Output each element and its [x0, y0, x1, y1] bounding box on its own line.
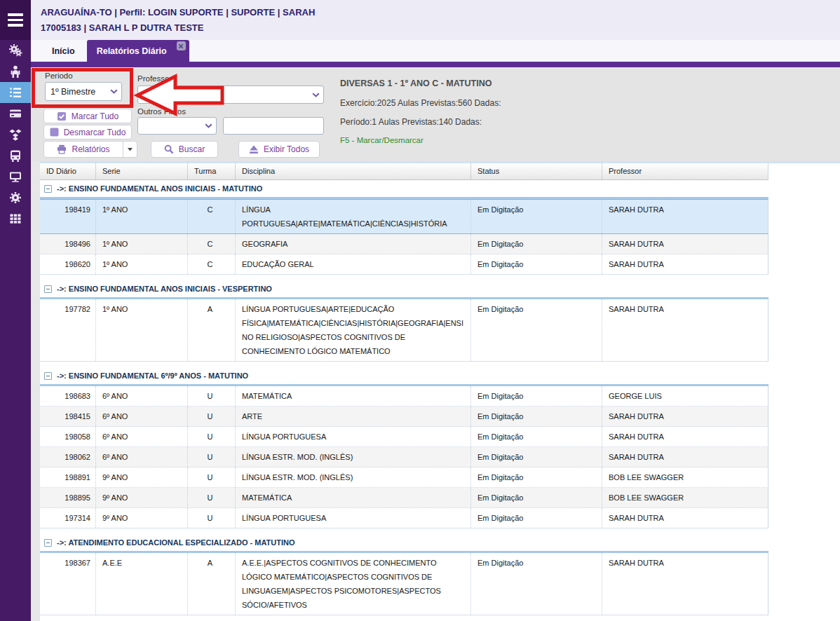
col-header-disciplina[interactable]: Disciplina [235, 163, 470, 179]
hamburger-menu-button[interactable] [0, 0, 31, 40]
table-row[interactable]: 198062 6º ANO U LÍNGUA ESTR. MOD. (INGLÊ… [40, 447, 768, 468]
person-icon [8, 64, 22, 79]
accent-strip [31, 62, 840, 67]
cell-professor: SARAH DUTRA [602, 407, 768, 426]
relatorios-dropdown-button[interactable] [123, 141, 137, 158]
group-label: ->: ATENDIMENTO EDUCACIONAL ESPECIALIZAD… [57, 538, 294, 547]
col-header-id-diario[interactable]: ID Diário [40, 163, 95, 179]
table-row[interactable]: 198419 1º ANO C LÍNGUA PORTUGUESA|ARTE|M… [40, 199, 768, 234]
table-row[interactable]: 198895 9º ANO U MATEMÁTICA Em Digitação … [40, 488, 768, 508]
outros-filtros-input[interactable] [223, 117, 324, 135]
sidebar-item-box[interactable] [0, 124, 31, 145]
cell-id-diario: 198891 [40, 468, 95, 487]
cell-serie: 6º ANO [95, 386, 187, 406]
table-row[interactable]: 197314 9º ANO U LÍNGUA PORTUGUESA Em Dig… [40, 508, 768, 528]
diary-group: ->: ATENDIMENTO EDUCACIONAL ESPECIALIZAD… [40, 534, 840, 615]
collapse-minus-icon[interactable] [44, 285, 52, 293]
col-header-status[interactable]: Status [470, 163, 602, 179]
cell-turma: U [187, 488, 235, 507]
table-row[interactable]: 198496 1º ANO C GEOGRAFIA Em Digitação S… [40, 234, 768, 254]
table-row[interactable]: 198683 6º ANO U MATEMÁTICA Em Digitação … [40, 386, 768, 407]
cell-id-diario: 197782 [40, 299, 95, 361]
turma-info-panel: DIVERSAS 1 - 1º ANO C - MATUTINO Exercíc… [340, 67, 705, 161]
table-row[interactable]: 198415 6º ANO U ARTE Em Digitação SARAH … [40, 407, 768, 427]
exercicio-line: Exercício:2025 Aulas Previstas:560 Dadas… [340, 98, 501, 108]
sidebar [0, 0, 31, 621]
cell-status: Em Digitação [470, 553, 602, 615]
group-header[interactable]: ->: ATENDIMENTO EDUCACIONAL ESPECIALIZAD… [40, 534, 840, 551]
cell-professor: GEORGE LUIS [602, 386, 768, 406]
relatorios-button[interactable]: Relatórios [43, 141, 123, 158]
periodo-select[interactable]: 1º Bimestre [45, 82, 122, 101]
cell-disciplina: LÍNGUA PORTUGUESA|ARTE|EDUCAÇÃO FÍSICA|M… [235, 299, 470, 361]
sidebar-item-card[interactable] [0, 103, 31, 124]
sidebar-item-student[interactable] [0, 61, 31, 82]
tab-close-button[interactable] [177, 41, 186, 50]
desmarcar-tudo-label: Desmarcar Tudo [64, 128, 126, 137]
cell-status: Em Digitação [470, 254, 602, 274]
cell-disciplina: LÍNGUA ESTR. MOD. (INGLÊS) [235, 447, 470, 467]
col-header-turma[interactable]: Turma [187, 163, 235, 179]
cell-disciplina: MATEMÁTICA [235, 488, 470, 507]
cell-status: Em Digitação [470, 407, 602, 426]
cell-professor: SARAH DUTRA [602, 553, 768, 615]
collapse-minus-icon[interactable] [44, 539, 52, 547]
cell-id-diario: 198419 [40, 200, 95, 233]
sidebar-item-grid[interactable] [0, 208, 31, 229]
table-row[interactable]: 197782 1º ANO A LÍNGUA PORTUGUESA|ARTE|E… [40, 299, 768, 362]
gears-icon [8, 43, 22, 57]
buscar-button[interactable]: Buscar [151, 141, 218, 158]
col-header-serie[interactable]: Serie [95, 163, 187, 179]
diary-group: ->: ENSINO FUNDAMENTAL 6º/9º ANOS - MATU… [40, 367, 840, 528]
sidebar-item-admin[interactable] [0, 40, 31, 61]
col-header-professor[interactable]: Professor [602, 163, 768, 179]
cell-id-diario: 198620 [40, 254, 95, 274]
cell-serie: 6º ANO [95, 407, 187, 426]
cell-status: Em Digitação [470, 508, 602, 528]
group-header[interactable]: ->: ENSINO FUNDAMENTAL ANOS INICIAIS - M… [40, 180, 840, 197]
cell-status: Em Digitação [470, 488, 602, 507]
bus-icon [8, 149, 22, 163]
cell-disciplina: ARTE [235, 407, 470, 426]
cell-id-diario: 198415 [40, 407, 95, 426]
cell-disciplina: A.E.E.|ASPECTOS COGNITIVOS DE CONHECIMEN… [235, 553, 470, 615]
cell-turma: U [187, 508, 235, 528]
chevron-down-icon[interactable] [308, 86, 323, 103]
group-rows: 197782 1º ANO A LÍNGUA PORTUGUESA|ARTE|E… [40, 299, 840, 362]
desmarcar-tudo-button[interactable]: Desmarcar Tudo [43, 125, 132, 139]
sidebar-item-transport[interactable] [0, 145, 31, 166]
cell-professor: SARAH DUTRA [602, 299, 768, 361]
collapse-minus-icon[interactable] [44, 185, 52, 193]
outros-filtros-select[interactable] [137, 117, 217, 135]
table-row[interactable]: 198620 1º ANO C EDUCAÇÃO GERAL Em Digita… [40, 254, 768, 275]
main-area: ARAGUAÍNA-TO | Perfil: LOGIN SUPORTE | S… [31, 0, 840, 621]
sidebar-item-monitor[interactable] [0, 166, 31, 187]
cell-turma: U [187, 427, 235, 446]
sidebar-item-diarios[interactable] [0, 82, 31, 103]
professor-select[interactable] [137, 86, 324, 104]
cell-professor: SARAH DUTRA [602, 254, 768, 274]
app-window: ARAGUAÍNA-TO | Perfil: LOGIN SUPORTE | S… [0, 0, 840, 621]
cell-professor: SARAH DUTRA [602, 234, 768, 254]
cell-turma: U [187, 407, 235, 426]
tab-relatorios-diario[interactable]: Relatórios Diário [87, 40, 189, 62]
cell-status: Em Digitação [470, 200, 602, 233]
search-icon [164, 144, 174, 154]
cell-disciplina: LÍNGUA PORTUGUESA [235, 508, 470, 528]
exibir-todos-button[interactable]: Exibir Todos [238, 141, 320, 158]
tab-inicio[interactable]: Início [40, 40, 87, 62]
group-rows: 198419 1º ANO C LÍNGUA PORTUGUESA|ARTE|M… [40, 199, 840, 275]
table-row[interactable]: 198891 9º ANO U LÍNGUA ESTR. MOD. (INGLÊ… [40, 468, 768, 488]
marcar-tudo-button[interactable]: Marcar Tudo [43, 109, 132, 123]
table-row[interactable]: 198367 A.E.E A A.E.E.|ASPECTOS COGNITIVO… [40, 553, 768, 615]
chevron-down-icon[interactable] [106, 83, 121, 100]
gear-icon [8, 191, 22, 205]
group-header[interactable]: ->: ENSINO FUNDAMENTAL ANOS INICIAIS - V… [40, 280, 840, 297]
cell-serie: 1º ANO [95, 200, 187, 233]
table-row[interactable]: 198058 6º ANO U LÍNGUA PORTUGUESA Em Dig… [40, 427, 768, 447]
group-header[interactable]: ->: ENSINO FUNDAMENTAL 6º/9º ANOS - MATU… [40, 367, 840, 384]
collapse-minus-icon[interactable] [44, 372, 52, 380]
cell-id-diario: 198496 [40, 234, 95, 254]
sidebar-item-settings[interactable] [0, 187, 31, 208]
chevron-down-icon[interactable] [201, 118, 216, 134]
